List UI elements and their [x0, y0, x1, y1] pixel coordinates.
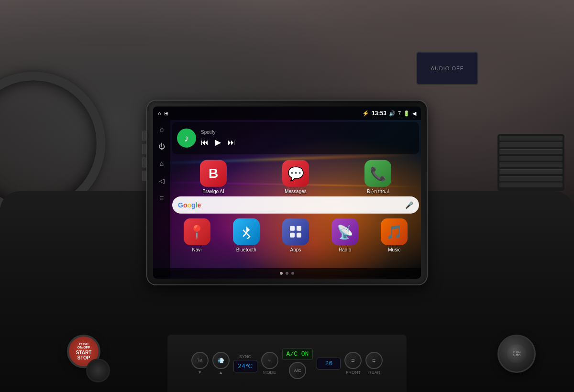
- main-screen: ⌂ ⊞ ⚡ 13:53 🔊 7 🔋 ◀ ⌂ ⏻ ⌂ ◁ ≡: [153, 107, 421, 279]
- phone-icon: 📞: [364, 160, 391, 187]
- gear-shifter[interactable]: [86, 359, 110, 382]
- ac-status: A/C ON: [287, 350, 309, 358]
- messages-icon: 💬: [282, 160, 309, 187]
- apps-icon-img: [282, 218, 309, 245]
- spotify-info: Spotify ⏮ ▶ ⏭: [201, 130, 414, 147]
- app-apps[interactable]: Apps: [278, 218, 313, 252]
- side-button[interactable]: [143, 171, 146, 181]
- top-apps-row: B Bravigo AI 💬 Messages 📞 Điện thoạ: [172, 160, 419, 194]
- phone-emoji: 📞: [370, 165, 386, 181]
- navi-icon: 📍: [184, 218, 210, 245]
- page-dot-2[interactable]: [286, 272, 288, 275]
- svg-rect-3: [297, 233, 301, 238]
- app-radio[interactable]: 📡 Radio: [328, 218, 362, 252]
- battery-level: 7: [398, 110, 401, 116]
- audio-screen: AUDIO OFF: [416, 52, 478, 85]
- status-right: ⚡ 13:53 🔊 7 🔋 ◀: [362, 110, 416, 117]
- page-dot-3[interactable]: [291, 272, 294, 275]
- fan-high-button[interactable]: 💨: [212, 352, 230, 369]
- mode-icon: ≈: [268, 358, 271, 363]
- back-button[interactable]: ◀: [412, 110, 416, 116]
- start-line4: STOP: [77, 355, 90, 360]
- app-phone[interactable]: 📞 Điện thoại: [361, 160, 395, 194]
- rear-icon: ⊏: [372, 358, 376, 363]
- side-button[interactable]: [143, 144, 146, 154]
- volume-icon: 🔊: [389, 110, 396, 116]
- fan-label: ▲: [219, 370, 223, 375]
- bluetooth-icon: [233, 218, 260, 245]
- ac-label: A/C: [294, 368, 301, 373]
- google-mic-icon[interactable]: 🎤: [405, 201, 413, 209]
- svg-rect-2: [290, 233, 295, 238]
- app-messages[interactable]: 💬 Messages: [278, 160, 313, 194]
- music-label: Music: [388, 247, 400, 252]
- rear-label: REAR: [368, 370, 380, 375]
- bravigo-letter: B: [209, 166, 218, 181]
- front-icon: ⊐: [351, 358, 355, 363]
- music-emoji: 🎵: [386, 224, 403, 240]
- status-left: ⌂ ⊞: [158, 110, 168, 116]
- messages-emoji: 💬: [287, 165, 304, 181]
- temp-right-section: 26: [317, 358, 341, 370]
- apps-grid-svg: [288, 224, 303, 240]
- apps-icon[interactable]: ⊞: [164, 110, 168, 116]
- navi-label: Navi: [192, 247, 202, 252]
- start-line2: ON/OFF: [77, 346, 90, 349]
- spotify-controls: ⏮ ▶ ⏭: [201, 138, 414, 147]
- ac-button[interactable]: A/C: [289, 362, 306, 379]
- battery-icon: 🔋: [403, 110, 410, 116]
- messages-label: Messages: [285, 189, 307, 194]
- main-content: ♪ Spotify ⏮ ▶ ⏭ B Bra: [170, 120, 421, 279]
- spotify-widget[interactable]: ♪ Spotify ⏮ ▶ ⏭: [172, 122, 419, 154]
- front-label: FRONT: [346, 370, 361, 375]
- start-line3: START: [76, 350, 92, 355]
- bravigo-icon: B: [200, 160, 227, 187]
- fan-low-button[interactable]: 🌬: [191, 352, 209, 369]
- ac-display: A/C ON: [282, 348, 313, 360]
- spotify-icon: ♪: [184, 132, 189, 143]
- nav-menu-icon[interactable]: ⌂: [156, 158, 167, 169]
- spotify-play-button[interactable]: ▶: [215, 138, 221, 147]
- rear-section: ⊏ REAR: [365, 352, 383, 375]
- nav-power-icon[interactable]: ⏻: [156, 141, 167, 152]
- side-button[interactable]: [143, 131, 146, 141]
- vent-slat: [499, 176, 563, 181]
- nav-home-icon[interactable]: ⌂: [156, 124, 167, 134]
- spotify-prev-button[interactable]: ⏮: [201, 138, 209, 146]
- hvac-panel: 🌬 ▼ 💨 ▲ SYNC 24℃ ≈ MODE A/C ON A/C 26 ⊐ …: [167, 335, 407, 392]
- side-button[interactable]: [143, 157, 146, 168]
- spotify-app-label: Spotify: [201, 130, 414, 135]
- vent-slat: [499, 149, 563, 154]
- mode-button[interactable]: ≈: [261, 352, 278, 369]
- page-dot-1[interactable]: [280, 272, 283, 275]
- sync-section: SYNC 24℃: [233, 354, 257, 372]
- app-bluetooth[interactable]: Bluetooth: [229, 218, 264, 252]
- nav-settings-icon[interactable]: ≡: [156, 193, 167, 203]
- google-search-bar[interactable]: Google 🎤: [172, 196, 419, 214]
- app-navi[interactable]: 📍 Navi: [180, 218, 214, 252]
- nav-back-icon[interactable]: ◁: [156, 175, 167, 186]
- bluetooth-status-icon: ⚡: [362, 110, 369, 117]
- rear-button[interactable]: ⊏: [365, 352, 383, 369]
- front-section: ⊐ FRONT: [344, 352, 362, 375]
- home-icon[interactable]: ⌂: [158, 110, 161, 116]
- auto-label-2: AUTO: [513, 354, 521, 357]
- radio-label: Radio: [339, 247, 351, 252]
- spotify-next-button[interactable]: ⏭: [228, 138, 235, 146]
- front-button[interactable]: ⊐: [344, 352, 362, 369]
- fan-low-section: 🌬 ▼: [191, 352, 209, 375]
- radio-icon: 📡: [331, 218, 358, 245]
- google-g-icon: Google: [178, 201, 201, 209]
- app-music[interactable]: 🎵 Music: [377, 218, 411, 252]
- app-bravigo[interactable]: B Bravigo AI: [196, 160, 231, 194]
- nav-sidebar: ⌂ ⏻ ⌂ ◁ ≡: [153, 120, 170, 279]
- auto-knob[interactable]: PUSH AUTO: [497, 335, 536, 373]
- svg-rect-0: [290, 226, 295, 231]
- radio-emoji: 📡: [337, 224, 353, 240]
- spotify-logo: ♪: [177, 129, 196, 148]
- auto-knob-center: PUSH AUTO: [507, 344, 526, 363]
- vent-slat: [499, 156, 563, 161]
- sync-label: SYNC: [239, 354, 251, 359]
- music-icon: 🎵: [381, 218, 408, 245]
- apps-label: Apps: [290, 247, 301, 252]
